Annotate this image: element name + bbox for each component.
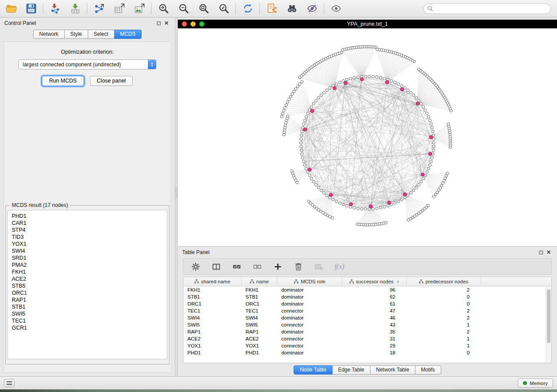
network-node[interactable] bbox=[432, 145, 435, 148]
network-node[interactable] bbox=[379, 206, 382, 209]
network-node[interactable] bbox=[317, 186, 320, 189]
table-row[interactable]: PHD1PHD1dominator180 bbox=[183, 349, 551, 356]
window-minimize-button[interactable] bbox=[190, 21, 196, 27]
network-node[interactable] bbox=[372, 207, 374, 210]
show-columns-button[interactable] bbox=[211, 261, 221, 272]
network-node[interactable] bbox=[300, 149, 303, 151]
table-row[interactable]: FKH1FKH1dominator962 bbox=[183, 286, 551, 293]
network-node[interactable] bbox=[302, 160, 305, 163]
mcds-result-item[interactable]: CAR1 bbox=[12, 220, 163, 227]
network-node[interactable] bbox=[296, 181, 298, 184]
network-node[interactable] bbox=[432, 130, 434, 133]
network-node[interactable] bbox=[394, 202, 396, 204]
network-node[interactable] bbox=[427, 167, 430, 170]
zoom-out-button[interactable] bbox=[177, 2, 190, 15]
network-node[interactable] bbox=[446, 172, 449, 175]
network-node[interactable] bbox=[426, 112, 428, 115]
network-node[interactable] bbox=[285, 103, 287, 106]
status-menu-button[interactable] bbox=[4, 379, 14, 387]
dominator-node[interactable] bbox=[303, 128, 307, 131]
network-node[interactable] bbox=[364, 75, 367, 78]
mcds-result-item[interactable]: SWI5 bbox=[12, 310, 163, 317]
network-node[interactable] bbox=[400, 198, 403, 201]
network-node[interactable] bbox=[298, 83, 301, 85]
network-node[interactable] bbox=[346, 78, 348, 81]
network-node[interactable] bbox=[335, 83, 338, 86]
mcds-result-item[interactable]: STB5 bbox=[12, 282, 163, 289]
show-details-button[interactable] bbox=[329, 2, 343, 15]
network-node[interactable] bbox=[317, 96, 320, 99]
network-node[interactable] bbox=[418, 183, 420, 186]
import-table-button[interactable] bbox=[69, 2, 82, 15]
zoom-in-button[interactable] bbox=[157, 2, 170, 15]
network-node[interactable] bbox=[305, 116, 308, 118]
network-node[interactable] bbox=[300, 134, 303, 137]
dominator-node[interactable] bbox=[369, 205, 373, 208]
zoom-fit-button[interactable] bbox=[197, 2, 210, 15]
network-node[interactable] bbox=[320, 189, 322, 192]
network-node[interactable] bbox=[342, 203, 345, 206]
network-node[interactable] bbox=[422, 106, 425, 108]
network-node[interactable] bbox=[281, 112, 284, 115]
network-node[interactable] bbox=[325, 89, 328, 92]
close-table-panel-icon[interactable]: ✕ bbox=[545, 249, 553, 256]
network-node[interactable] bbox=[301, 130, 303, 133]
network-node[interactable] bbox=[305, 167, 308, 170]
network-node[interactable] bbox=[322, 192, 325, 194]
float-table-panel-icon[interactable] bbox=[537, 249, 545, 256]
network-node[interactable] bbox=[412, 94, 415, 96]
network-node[interactable] bbox=[284, 107, 286, 109]
network-node[interactable] bbox=[312, 103, 315, 105]
dominator-node[interactable] bbox=[416, 102, 419, 105]
network-node[interactable] bbox=[291, 93, 294, 95]
network-node[interactable] bbox=[288, 98, 291, 101]
window-zoom-button[interactable] bbox=[199, 21, 204, 27]
dominator-node[interactable] bbox=[360, 78, 363, 81]
scrollbar-thumb[interactable] bbox=[547, 289, 550, 343]
dominator-node[interactable] bbox=[401, 88, 404, 91]
tab-select[interactable]: Select bbox=[88, 30, 114, 39]
network-node[interactable] bbox=[339, 202, 341, 204]
dominator-node[interactable] bbox=[385, 80, 389, 84]
deselect-all-button[interactable] bbox=[252, 261, 263, 272]
dominator-node[interactable] bbox=[333, 86, 336, 90]
network-node[interactable] bbox=[356, 76, 359, 78]
network-node[interactable] bbox=[356, 207, 359, 210]
zoom-selected-button[interactable] bbox=[217, 2, 230, 15]
mcds-result-item[interactable]: ACE2 bbox=[12, 275, 163, 282]
network-node[interactable] bbox=[407, 194, 409, 196]
add-column-button[interactable] bbox=[273, 261, 283, 272]
dominator-node[interactable] bbox=[387, 201, 391, 204]
new-network-button[interactable] bbox=[93, 2, 106, 15]
column-header-successor-nodes[interactable]: successor nodes∨ bbox=[343, 277, 407, 286]
network-node[interactable] bbox=[431, 127, 433, 129]
network-node[interactable] bbox=[430, 123, 432, 125]
network-node[interactable] bbox=[420, 180, 422, 183]
network-node[interactable] bbox=[297, 85, 299, 88]
network-node[interactable] bbox=[384, 221, 387, 224]
network-node[interactable] bbox=[379, 76, 382, 79]
save-session-button[interactable] bbox=[24, 2, 38, 15]
network-node[interactable] bbox=[432, 141, 435, 144]
network-node[interactable] bbox=[429, 164, 431, 166]
network-node[interactable] bbox=[427, 116, 430, 118]
network-node[interactable] bbox=[415, 186, 418, 189]
network-node[interactable] bbox=[431, 156, 433, 159]
table-row[interactable]: RAP1RAP1dominator352 bbox=[183, 328, 551, 335]
network-node[interactable] bbox=[293, 90, 295, 93]
network-node[interactable] bbox=[432, 138, 435, 140]
first-neighbors-button[interactable] bbox=[285, 2, 298, 15]
table-row[interactable]: ORC1ORC1dominator610 bbox=[183, 300, 551, 307]
dominator-node[interactable] bbox=[403, 193, 407, 196]
network-node[interactable] bbox=[376, 76, 378, 78]
network-node[interactable] bbox=[294, 88, 297, 90]
network-node[interactable] bbox=[280, 115, 283, 118]
function-builder-button[interactable]: f(x) bbox=[334, 261, 345, 272]
network-node[interactable] bbox=[426, 171, 428, 173]
column-header-name[interactable]: name bbox=[242, 277, 277, 286]
network-node[interactable] bbox=[302, 123, 305, 125]
mcds-result-item[interactable]: TID3 bbox=[12, 234, 163, 241]
network-node[interactable] bbox=[404, 196, 406, 199]
dominator-node[interactable] bbox=[429, 135, 433, 139]
network-node[interactable] bbox=[360, 207, 363, 210]
